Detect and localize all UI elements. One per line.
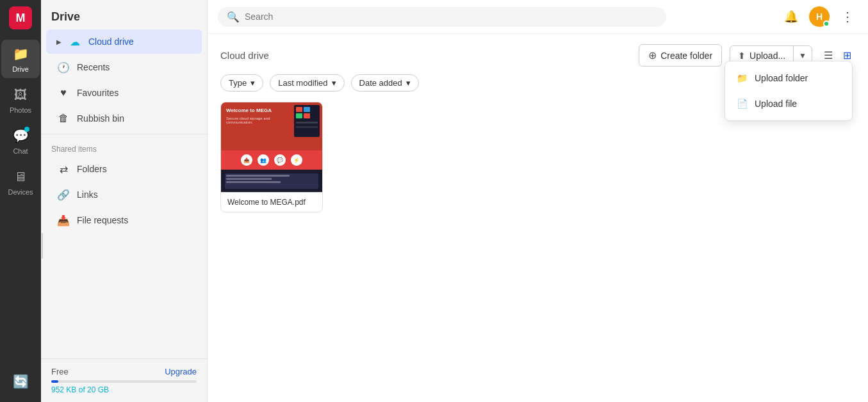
storage-bar-fill [51, 380, 58, 383]
sidebar-item-cloud-drive[interactable]: ▶ ☁ Cloud drive [46, 29, 202, 54]
storage-used-suffix: of 20 GB [76, 385, 109, 394]
pdf-icon-2 [304, 107, 310, 112]
breadcrumb: Cloud drive [220, 50, 269, 61]
nav-item-photos[interactable]: 🖼 Photos [1, 81, 40, 119]
sidebar-item-cloud-drive-label: Cloud drive [88, 36, 134, 47]
storage-label-row: Free Upgrade [51, 367, 197, 376]
pdf-feature-icon-2: 👥 [258, 154, 269, 166]
upload-folder-item[interactable]: 📁 Upload folder [725, 65, 852, 91]
create-folder-button[interactable]: ⊕ Create folder [639, 44, 722, 67]
pdf-icon-1 [296, 107, 302, 112]
pdf-icon-4 [304, 113, 310, 118]
sidebar-item-file-requests[interactable]: 📥 File requests [46, 208, 202, 232]
rubbish-bin-icon: 🗑 [56, 111, 70, 125]
file-name: Welcome to MEGA.pdf [221, 192, 322, 212]
sidebar-item-recents[interactable]: 🕐 Recents [46, 55, 202, 79]
filter-last-modified-label: Last modified [278, 78, 327, 88]
pdf-text-lines [226, 175, 317, 183]
pdf-device-row-1 [296, 107, 318, 112]
pdf-top-section: Welcome to MEGA Secure cloud storage and… [221, 102, 322, 150]
filter-last-modified-button[interactable]: Last modified ▾ [270, 74, 344, 92]
nav-item-devices[interactable]: 🖥 Devices [1, 163, 40, 201]
recents-icon: 🕐 [56, 60, 70, 74]
nav-item-photos-label: Photos [10, 106, 31, 114]
pdf-bottom-section [221, 170, 322, 192]
filter-type-label: Type [229, 78, 247, 88]
pdf-feature-icon-1: 📤 [241, 154, 252, 166]
pdf-feature-icon-3: 💬 [274, 154, 286, 166]
sidebar-item-folders-label: Folders [77, 164, 107, 174]
chevron-right-icon: ▶ [56, 38, 61, 45]
favourites-icon: ♥ [56, 86, 70, 100]
sidebar-item-links[interactable]: 🔗 Links [46, 182, 202, 207]
pdf-feature-icon-4: ⚡ [291, 154, 302, 166]
upload-dropdown: 📁 Upload folder 📄 Upload file [725, 61, 853, 121]
sidebar-item-rubbish-label: Rubbish bin [77, 113, 124, 124]
pdf-device-mockup [294, 105, 320, 137]
nav-rail: M 📁 Drive 🖼 Photos 💬 Chat 🖥 Devices 🔄 [0, 0, 41, 402]
pdf-middle-section: 📤 👥 💬 ⚡ [221, 150, 322, 170]
topbar-icons: 🔔 H ⋮ [781, 6, 858, 27]
pdf-text-line-3 [226, 181, 281, 183]
storage-free-label: Free [51, 367, 69, 376]
pdf-icon-3 [296, 113, 302, 118]
filter-date-added-button[interactable]: Date added ▾ [351, 74, 419, 92]
user-avatar[interactable]: H [809, 6, 830, 27]
notifications-icon[interactable]: 🔔 [781, 6, 801, 27]
filter-last-modified-chevron: ▾ [332, 78, 336, 88]
backup-icon: 🔄 [12, 373, 29, 390]
sidebar-divider [41, 134, 207, 134]
nav-item-chat-label: Chat [13, 147, 28, 155]
online-status-dot [823, 20, 830, 27]
storage-bar-background [51, 380, 197, 383]
sidebar-item-favourites-label: Favourites [77, 88, 119, 98]
pdf-text-line-1 [226, 175, 290, 177]
nav-item-backup[interactable]: 🔄 [1, 367, 40, 396]
search-icon: 🔍 [227, 11, 240, 23]
pdf-screen-mockup [225, 173, 318, 189]
upgrade-link[interactable]: Upgrade [165, 367, 197, 376]
sidebar-item-file-requests-label: File requests [77, 215, 128, 225]
sidebar-footer: Free Upgrade 952 KB of 20 GB [41, 358, 207, 402]
sidebar-item-favourites[interactable]: ♥ Favourites [46, 81, 202, 105]
shared-folders-icon: ⇄ [56, 162, 70, 176]
sidebar: Drive ▶ ☁ Cloud drive 🕐 Recents ♥ Favour… [41, 0, 208, 402]
drive-icon: 📁 [12, 45, 29, 63]
filter-date-added-chevron: ▾ [406, 78, 411, 88]
create-folder-icon: ⊕ [648, 49, 657, 61]
nav-item-devices-label: Devices [8, 188, 33, 196]
sidebar-item-rubbish[interactable]: 🗑 Rubbish bin [46, 106, 202, 131]
file-requests-icon: 📥 [56, 213, 70, 227]
photos-icon: 🖼 [12, 86, 29, 104]
mega-logo[interactable]: M [9, 6, 32, 29]
topbar: 🔍 🔔 H ⋮ [208, 0, 868, 34]
nav-item-drive[interactable]: 📁 Drive [1, 40, 40, 78]
search-box[interactable]: 🔍 [218, 7, 666, 27]
sidebar-item-links-label: Links [77, 189, 98, 200]
sidebar-item-recents-label: Recents [77, 62, 110, 72]
chat-notification-dot [24, 127, 29, 132]
filter-type-button[interactable]: Type ▾ [220, 74, 263, 92]
cloud-drive-icon: ☁ [68, 35, 82, 49]
upload-file-label: Upload file [755, 99, 797, 109]
pdf-subtitle: Secure cloud storage and communication. [226, 117, 276, 124]
upload-file-item[interactable]: 📄 Upload file [725, 91, 852, 117]
devices-icon: 🖥 [12, 168, 29, 186]
create-folder-label: Create folder [660, 51, 712, 61]
more-options-icon[interactable]: ⋮ [837, 6, 858, 27]
sidebar-item-folders[interactable]: ⇄ Folders [46, 157, 202, 181]
upload-folder-icon: 📁 [735, 72, 748, 84]
upload-folder-label: Upload folder [755, 73, 808, 83]
search-input[interactable] [245, 12, 657, 22]
file-thumbnail: Welcome to MEGA Secure cloud storage and… [221, 102, 322, 192]
filter-type-chevron: ▾ [250, 78, 255, 88]
upload-file-icon: 📄 [735, 97, 748, 110]
pdf-text-line-2 [226, 178, 272, 180]
sidebar-title: Drive [41, 0, 207, 29]
shared-section-label: Shared items [41, 137, 207, 156]
pdf-device-row-2 [296, 113, 318, 118]
pdf-main-title: Welcome to MEGA [226, 108, 276, 114]
sidebar-resize-handle[interactable] [41, 233, 44, 259]
nav-item-chat[interactable]: 💬 Chat [1, 122, 40, 160]
file-card[interactable]: Welcome to MEGA Secure cloud storage and… [220, 102, 323, 213]
